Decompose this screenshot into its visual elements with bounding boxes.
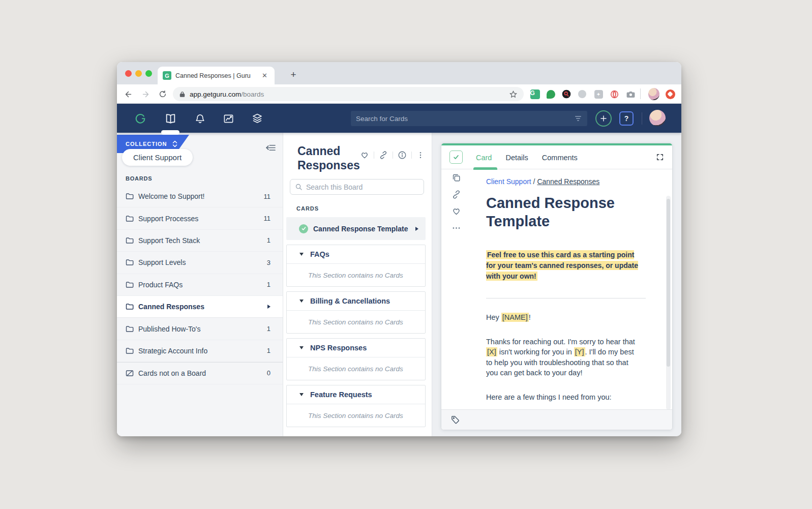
tag-icon[interactable]: [450, 415, 460, 425]
info-icon[interactable]: [398, 151, 407, 160]
card-header: Card Details Comments: [441, 145, 672, 169]
chevron-down-icon: [299, 393, 304, 396]
grammarly-extension-icon[interactable]: G: [529, 88, 540, 100]
create-card-button[interactable]: [595, 110, 612, 127]
folder-icon: [126, 303, 134, 311]
search-icon: [295, 183, 303, 191]
sidebar-item-cards-not-on-board[interactable]: Cards not on a Board 0: [117, 362, 283, 384]
favorite-heart-icon[interactable]: [441, 203, 471, 220]
notifications-bell-icon[interactable]: [193, 112, 206, 125]
sidebar-item-support-levels[interactable]: Support Levels 3: [117, 252, 283, 274]
section-header[interactable]: Feature Requests: [287, 385, 425, 404]
card-content: Client Support / Canned Responses Canned…: [486, 177, 654, 410]
toolbar-divider: [640, 88, 641, 99]
board-title: Canned Responses: [297, 144, 360, 172]
global-search[interactable]: [351, 111, 587, 126]
folder-icon: [126, 258, 134, 266]
card-action-rail: [441, 169, 471, 236]
browser-tab[interactable]: G Canned Responses | Guru ✕: [158, 67, 275, 84]
tab-card[interactable]: Card: [476, 153, 492, 162]
window-zoom-button[interactable]: [145, 70, 152, 77]
folder-icon: [126, 347, 134, 355]
empty-section-text: This Section contains no Cards: [308, 412, 403, 420]
board-search[interactable]: [290, 179, 424, 195]
chevron-right-icon: [415, 227, 418, 231]
section-header[interactable]: Billing & Cancellations: [287, 292, 425, 311]
board-search-input[interactable]: [306, 183, 419, 191]
empty-section-text: This Section contains no Cards: [308, 318, 403, 326]
more-options-icon[interactable]: [416, 151, 425, 160]
magnifier-extension-icon[interactable]: [561, 88, 572, 100]
divider: [374, 152, 374, 159]
copy-link-icon[interactable]: [379, 151, 388, 160]
verify-checkbox[interactable]: [449, 151, 463, 164]
card-title: Canned Response Template: [486, 194, 628, 230]
board-section-faqs: FAQs This Section contains no Cards: [286, 245, 426, 287]
app-content: COLLECTION Client Support BOARDS Welcome…: [117, 133, 681, 436]
sidebar-item-support-tech-stack[interactable]: Support Tech Stack 1: [117, 230, 283, 252]
favorite-heart-icon[interactable]: [360, 151, 369, 160]
back-button[interactable]: [122, 88, 134, 100]
section-header[interactable]: FAQs: [287, 245, 425, 264]
window-minimize-button[interactable]: [135, 70, 142, 77]
tab-details[interactable]: Details: [505, 153, 528, 162]
browser-window: G Canned Responses | Guru ✕ + app.getgur…: [117, 62, 681, 436]
breadcrumb: Client Support / Canned Responses: [486, 177, 654, 186]
address-bar[interactable]: app.getguru.com/boards: [173, 87, 524, 101]
sidebar-item-support-processes[interactable]: Support Processes 11: [117, 207, 283, 229]
card-detail-panel: Card Details Comments: [441, 143, 673, 430]
card-item-canned-response-template[interactable]: Canned Response Template: [286, 217, 426, 240]
analytics-chart-icon[interactable]: [222, 112, 235, 125]
collapse-sidebar-button[interactable]: [266, 144, 276, 154]
gray-dot-extension-icon[interactable]: [577, 88, 588, 100]
new-tab-button[interactable]: +: [286, 68, 300, 82]
global-search-input[interactable]: [356, 115, 574, 123]
scrollbar-track[interactable]: [666, 196, 671, 410]
profile-avatar[interactable]: [648, 88, 659, 100]
sidebar-item-published-how-tos[interactable]: Published How-To's 1: [117, 318, 283, 340]
forward-button[interactable]: [139, 88, 152, 100]
sidebar-item-canned-responses[interactable]: Canned Responses: [117, 296, 283, 318]
folder-icon: [126, 281, 134, 289]
boards-book-icon[interactable]: [164, 112, 177, 125]
sidebar: COLLECTION Client Support BOARDS Welcome…: [117, 133, 283, 436]
board-section-feature-requests: Feature Requests This Section contains n…: [286, 385, 426, 427]
sidebar-item-product-faqs[interactable]: Product FAQs 1: [117, 274, 283, 296]
folder-icon: [126, 325, 134, 333]
filter-icon[interactable]: [574, 115, 582, 122]
breadcrumb-board-link[interactable]: Canned Responses: [537, 177, 599, 186]
red-swirl-extension-icon[interactable]: [609, 88, 620, 100]
collection-name-pill[interactable]: Client Support: [122, 149, 193, 166]
red-circle-extension-icon[interactable]: [665, 88, 676, 100]
collections-layers-icon[interactable]: [251, 112, 264, 125]
more-options-icon[interactable]: [441, 220, 471, 236]
body-paragraph: Thanks for reaching out. I'm sorry to he…: [486, 337, 639, 378]
sidebar-item-welcome-to-support[interactable]: Welcome to Support! 11: [117, 186, 283, 207]
window-close-button[interactable]: [125, 70, 132, 77]
card-intro-text: Feel free to use this card as a starting…: [486, 250, 640, 282]
guru-logo-icon[interactable]: [134, 112, 147, 125]
copy-card-icon[interactable]: [441, 169, 471, 186]
chevron-down-icon: [299, 346, 304, 349]
lock-icon: [179, 91, 186, 98]
tab-comments[interactable]: Comments: [542, 153, 578, 162]
board-list: Welcome to Support! 11 Support Processes…: [117, 186, 283, 384]
tab-close-icon[interactable]: ✕: [260, 71, 269, 80]
help-button[interactable]: ?: [619, 111, 634, 126]
expand-fullscreen-icon[interactable]: [656, 153, 664, 163]
sidebar-item-strategic-account-info[interactable]: Strategic Account Info 1: [117, 340, 283, 362]
chevron-down-icon: [299, 300, 304, 303]
green-bubble-extension-icon[interactable]: [545, 88, 556, 100]
divider: [411, 152, 412, 159]
folder-icon: [126, 192, 134, 200]
copy-link-icon[interactable]: [441, 186, 471, 203]
user-avatar[interactable]: [649, 110, 666, 126]
camera-extension-icon[interactable]: [625, 88, 636, 100]
breadcrumb-collection-link[interactable]: Client Support: [486, 177, 531, 186]
bookmark-star-icon[interactable]: [509, 90, 518, 99]
reload-button[interactable]: [157, 88, 169, 100]
board-panel: Canned Responses CARDS: [283, 133, 432, 436]
scrollbar-thumb[interactable]: [667, 199, 670, 367]
section-header[interactable]: NPS Responses: [287, 339, 425, 357]
gray-square-extension-icon[interactable]: ✦: [593, 88, 604, 100]
